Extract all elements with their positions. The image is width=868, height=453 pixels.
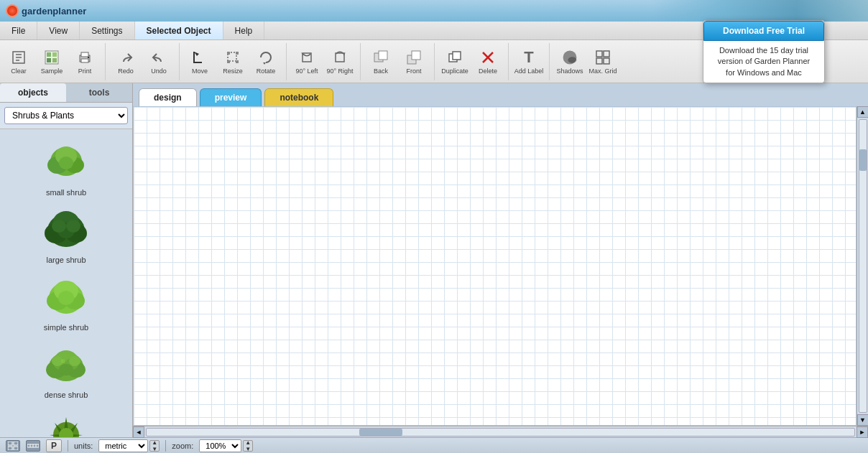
svg-point-61 [59, 364, 73, 375]
units-arrow[interactable]: ▲▼ [149, 440, 160, 452]
scroll-right-button[interactable]: ► [857, 426, 868, 438]
menu-help[interactable]: Help [223, 22, 265, 39]
print-button[interactable]: Print [69, 43, 101, 80]
menu-settings[interactable]: Settings [80, 22, 134, 39]
menu-selected-object[interactable]: Selected Object [135, 22, 223, 39]
shadows-button[interactable]: Shadows [554, 43, 586, 80]
tab-design[interactable]: design [139, 88, 197, 106]
tab-notebook[interactable]: notebook [264, 88, 333, 106]
redo-button[interactable]: Redo [110, 43, 142, 80]
zoom-dropdown[interactable]: 100% 75% 50% 150% 200% [199, 439, 241, 452]
print-label: Print [78, 67, 92, 75]
svg-rect-29 [453, 52, 461, 60]
rotate-icon [257, 49, 274, 66]
tab-objects[interactable]: objects [0, 83, 66, 102]
ruler-icon[interactable] [26, 440, 40, 452]
delete-button[interactable]: Delete [472, 43, 504, 80]
tab-tools[interactable]: tools [66, 83, 132, 102]
resize-icon [224, 49, 241, 66]
trial-desc-line3: for Windows and Mac [726, 68, 802, 77]
svg-rect-11 [81, 59, 88, 62]
duplicate-label: Duplicate [441, 67, 468, 75]
svg-point-48 [52, 220, 66, 233]
grid-inner [133, 106, 857, 426]
duplicate-button[interactable]: Duplicate [439, 43, 471, 80]
toolbar-group-edit: Duplicate Delete [439, 43, 509, 80]
svg-point-49 [66, 220, 80, 233]
download-trial-button[interactable]: Download Free Trial [703, 21, 824, 41]
plant-item-dense-shrub[interactable]: dense shrub [16, 337, 116, 402]
undo-label: Undo [151, 67, 167, 75]
plant-item-spiky[interactable] [16, 405, 116, 437]
menu-file[interactable]: File [0, 22, 37, 39]
front-icon [405, 49, 423, 66]
add-label-label: Add Label [514, 67, 544, 75]
scroll-down-button[interactable]: ▼ [857, 414, 869, 426]
resize-button[interactable]: Resize [217, 43, 249, 80]
svg-rect-18 [236, 60, 239, 63]
plant-item-simple-shrub[interactable]: simple shrub [16, 270, 116, 335]
app-logo: gardenplanner [6, 4, 86, 17]
sidebar-tabs: objects tools [0, 83, 132, 103]
download-trial-description: Download the 15 day trial version of Gar… [703, 41, 824, 83]
resize-label: Resize [223, 67, 243, 75]
h-scroll-thumb[interactable] [359, 429, 402, 436]
front-button[interactable]: Front [398, 43, 430, 80]
content-area: design preview notebook ▲ ▼ ◄ ► [133, 83, 868, 437]
small-shrub-label: small shrub [46, 188, 86, 197]
svg-rect-77 [8, 447, 12, 450]
scroll-left-button[interactable]: ◄ [133, 426, 144, 438]
undo-button[interactable]: Undo [143, 43, 175, 80]
p-button[interactable]: P [46, 439, 62, 452]
add-label-button[interactable]: T Add Label [513, 43, 545, 80]
plant-item-small-shrub[interactable]: small shrub [16, 135, 116, 200]
sidebar: objects tools Shrubs & Plants Trees Flow… [0, 83, 133, 437]
clear-icon [10, 49, 27, 66]
back-label: Back [374, 67, 388, 75]
front-label: Front [406, 67, 421, 75]
spiky-plant-icon [41, 408, 91, 437]
move-icon [191, 49, 208, 66]
svg-rect-27 [412, 51, 420, 60]
rotate-button[interactable]: Rotate [250, 43, 282, 80]
clear-button[interactable]: Clear [3, 43, 34, 80]
v-scroll-thumb[interactable] [859, 149, 867, 171]
duplicate-icon [446, 49, 463, 66]
zoom-label: zoom: [172, 442, 193, 450]
svg-rect-25 [379, 51, 387, 60]
units-dropdown[interactable]: metric imperial [98, 439, 148, 452]
svg-rect-75 [8, 442, 12, 445]
toolbar-group-flip: 90° Left 90° Right [291, 43, 361, 80]
vertical-scrollbar: ▲ ▼ [857, 106, 868, 426]
category-dropdown[interactable]: Shrubs & Plants Trees Flowers Vegetables… [4, 107, 128, 124]
svg-marker-19 [263, 62, 266, 65]
app-title: gardenplanner [22, 6, 86, 17]
90right-button[interactable]: 90° Right [324, 43, 356, 80]
move-button[interactable]: Move [184, 43, 216, 80]
large-shrub-icon [41, 205, 91, 256]
undo-icon [150, 49, 167, 66]
90left-button[interactable]: 90° Left [291, 43, 323, 80]
svg-rect-5 [47, 52, 51, 57]
svg-rect-76 [14, 442, 18, 445]
redo-label: Redo [118, 67, 134, 75]
sample-button[interactable]: Sample [36, 43, 68, 80]
back-button[interactable]: Back [365, 43, 397, 80]
svg-rect-22 [336, 53, 344, 62]
grid-icon[interactable] [6, 440, 20, 452]
scroll-up-button[interactable]: ▲ [857, 106, 869, 118]
toolbar-group-transform: Move Resize Rotate [184, 43, 287, 80]
svg-rect-6 [52, 52, 57, 57]
svg-rect-36 [596, 58, 602, 64]
max-grid-label: Max. Grid [588, 67, 617, 75]
tab-preview[interactable]: preview [200, 88, 262, 106]
objects-list: small shrub large shrub [0, 129, 132, 437]
grid-canvas[interactable] [133, 106, 857, 426]
dense-shrub-label: dense shrub [45, 391, 88, 399]
menu-view[interactable]: View [37, 22, 80, 39]
plant-item-large-shrub[interactable]: large shrub [16, 202, 116, 267]
zoom-select: 100% 75% 50% 150% 200% ▲▼ [199, 439, 253, 452]
zoom-arrow[interactable]: ▲▼ [243, 440, 253, 452]
delete-icon [479, 49, 497, 66]
max-grid-button[interactable]: Max. Grid [587, 43, 619, 80]
